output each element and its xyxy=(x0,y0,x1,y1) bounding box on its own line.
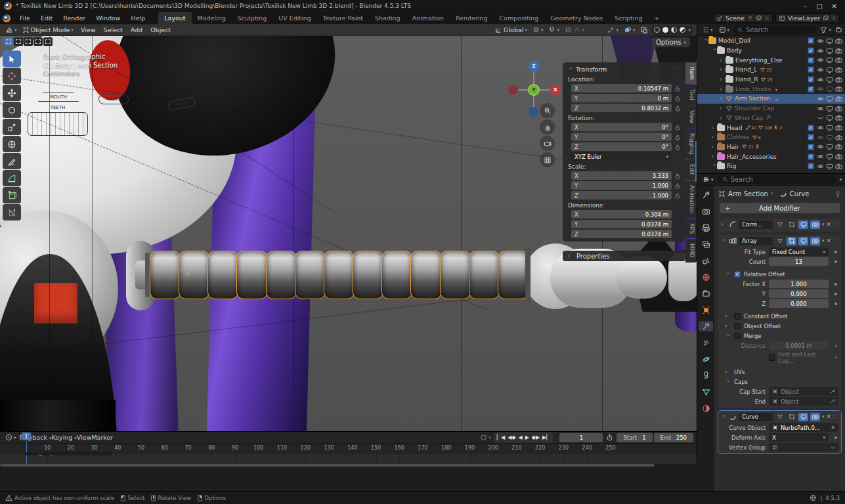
lock-open-icon[interactable] xyxy=(674,134,681,140)
arm-section-object[interactable] xyxy=(150,251,529,299)
object-offset-subpanel[interactable]: › Object Offset xyxy=(718,321,841,331)
expander-icon[interactable]: › xyxy=(720,86,726,93)
keyframe-dot[interactable] xyxy=(834,251,837,253)
tool-select-box[interactable] xyxy=(3,51,21,67)
orthographic-toggle-button[interactable] xyxy=(540,152,555,167)
camera-view-button[interactable] xyxy=(540,136,555,151)
outliner-row-shoulder-cap[interactable]: ›Shoulder Cap xyxy=(697,104,845,114)
pin-icon[interactable] xyxy=(834,190,841,197)
outliner-row-wrist-cap[interactable]: ›Wrist Cap xyxy=(697,114,845,123)
monitor-icon[interactable] xyxy=(826,85,833,93)
transform-dimensions-y-field[interactable]: Y0.0374 m xyxy=(571,220,672,228)
solid-shading-icon[interactable] xyxy=(662,27,668,33)
relative-offset-subpanel[interactable]: ›✓ Relative Offset xyxy=(718,269,841,279)
checkbox-icon[interactable]: ✓ xyxy=(808,154,814,160)
gizmo-axis-z-neg[interactable] xyxy=(529,107,538,117)
constant-offset-subpanel[interactable]: › Constant Offset xyxy=(718,311,841,321)
pivot-point-button[interactable]: ▾ xyxy=(531,26,546,33)
start-frame-field[interactable]: Start1 xyxy=(617,433,652,442)
lock-open-icon[interactable] xyxy=(674,95,681,102)
scene-tab[interactable] xyxy=(699,255,713,266)
shading-mode-switch[interactable]: ▾ xyxy=(651,26,693,35)
camera-icon[interactable] xyxy=(835,134,842,141)
material-shading-icon[interactable] xyxy=(671,27,677,33)
expander-icon[interactable]: › xyxy=(711,134,717,140)
checkbox-icon[interactable]: ✓ xyxy=(808,57,814,64)
select-extend-button[interactable] xyxy=(14,37,23,46)
outliner-row-hand_r[interactable]: ›Hand_R25✓ xyxy=(697,75,845,85)
factor-field[interactable]: 0.000 xyxy=(769,289,829,298)
data-tab[interactable] xyxy=(699,387,713,397)
viewport-menu-add[interactable]: Add xyxy=(127,26,146,33)
outliner-row-hand_l[interactable]: ›Hand_L25✓ xyxy=(697,65,845,75)
eye-icon[interactable] xyxy=(817,95,824,102)
monitor-icon[interactable] xyxy=(826,66,833,74)
first-last-checkbox[interactable] xyxy=(769,354,775,361)
modifier-render-toggle[interactable] xyxy=(810,237,820,245)
outliner-editor[interactable]: ▾ ▾ Search ▾ ›Model_Doll✓›Body✓›Everythi… xyxy=(697,24,845,174)
copy-icon[interactable] xyxy=(756,15,762,21)
lock-open-icon[interactable] xyxy=(674,144,681,150)
monitor-icon[interactable] xyxy=(826,105,833,112)
lock-open-icon[interactable] xyxy=(674,182,681,189)
output-tab[interactable] xyxy=(699,222,713,233)
keyframe-dot[interactable] xyxy=(834,303,837,305)
auto-keying-toggle[interactable]: ▾ xyxy=(478,434,493,441)
workspace-tab-compositing[interactable]: Compositing xyxy=(494,12,545,24)
constant-offset-checkbox[interactable] xyxy=(734,313,741,320)
camera-icon[interactable] xyxy=(835,105,842,112)
timeline-editor[interactable]: ▾ Playback▾Keying▾ViewMarker ▾ ▏◀ ◀◆ ◀ ▶… xyxy=(0,431,697,467)
eye-icon[interactable] xyxy=(817,105,824,112)
monitor-icon[interactable] xyxy=(826,76,833,83)
viewlayer-tab[interactable] xyxy=(699,239,713,249)
transform-scale-z-field[interactable]: Z1.000 xyxy=(571,191,672,200)
tool-cursor[interactable] xyxy=(3,68,21,84)
checkbox-icon[interactable]: ✓ xyxy=(808,134,814,140)
vertex-group-field[interactable]: ↔ xyxy=(769,443,838,452)
expand-icon[interactable]: › xyxy=(721,238,727,244)
outliner-row-body[interactable]: ›Body✓ xyxy=(697,46,845,56)
snap-button[interactable]: ▾ xyxy=(546,26,561,33)
expander-icon[interactable]: › xyxy=(711,125,717,131)
scene-selector[interactable]: Scene ✕ xyxy=(713,13,773,23)
monitor-icon[interactable] xyxy=(826,153,833,160)
panel-grip-icon[interactable]: ∷∷ xyxy=(673,66,681,72)
modifier-drag-handle[interactable]: ∷ xyxy=(833,414,837,420)
outliner-row-clothes[interactable]: ›Clothes6✓ xyxy=(697,133,845,142)
properties-search-input[interactable]: Search xyxy=(718,175,837,184)
menu-render[interactable]: Render xyxy=(58,14,91,22)
transform-location-y-field[interactable]: Y0 m xyxy=(571,94,672,102)
viewport-menu-object[interactable]: Object xyxy=(146,26,175,33)
options-dropdown[interactable]: Options▾ xyxy=(652,37,690,47)
breadcrumb-data[interactable]: Curve xyxy=(790,190,810,198)
minimize-button[interactable]: – xyxy=(804,3,807,10)
transform-location-x-field[interactable]: X0.10547 m xyxy=(571,84,672,93)
modifier-drag-handle[interactable]: ∷ xyxy=(833,222,837,228)
monitor-icon[interactable] xyxy=(826,114,833,121)
particles-tab[interactable] xyxy=(699,337,713,348)
add-workspace-button[interactable]: + xyxy=(649,12,666,24)
invert-vgroup-icon[interactable]: ↔ xyxy=(831,444,835,451)
count-field[interactable]: 13 xyxy=(769,257,829,266)
eye-icon[interactable] xyxy=(817,56,824,64)
zoom-button[interactable] xyxy=(540,103,555,118)
constraints-tab[interactable] xyxy=(699,370,713,381)
expand-icon[interactable]: › xyxy=(721,221,727,228)
use-preview-range-button[interactable] xyxy=(604,434,615,441)
merge-checkbox[interactable] xyxy=(734,333,741,339)
monitor-icon[interactable] xyxy=(826,124,833,131)
modifier-vertex-toggle[interactable] xyxy=(775,413,785,421)
timeline-menu-keying[interactable]: Keying▾ xyxy=(51,434,76,441)
timeline-menu-marker[interactable]: Marker xyxy=(91,434,113,441)
select-set-button[interactable] xyxy=(4,37,13,46)
eye-icon[interactable] xyxy=(817,85,824,93)
eye-icon[interactable] xyxy=(817,153,824,160)
object-offset-checkbox[interactable] xyxy=(734,323,741,329)
viewport-menu-view[interactable]: View xyxy=(77,26,100,33)
transform-scale-x-field[interactable]: X3.333 xyxy=(571,171,672,180)
expander-icon[interactable]: › xyxy=(720,115,726,121)
camera-icon[interactable] xyxy=(835,66,842,74)
wireframe-shading-icon[interactable] xyxy=(654,27,660,33)
factor-field[interactable]: 1.000 xyxy=(769,280,829,288)
eyedropper-icon[interactable] xyxy=(829,388,835,394)
